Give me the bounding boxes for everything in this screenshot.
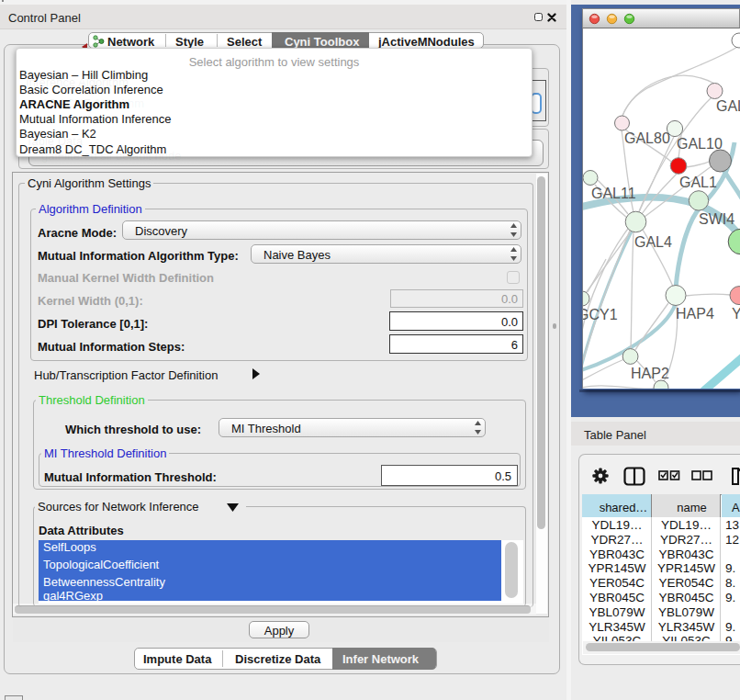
svg-text:GAL11: GAL11 xyxy=(591,186,636,201)
svg-text:GAL10: GAL10 xyxy=(677,136,723,152)
svg-text:Y: Y xyxy=(732,306,740,322)
svg-text:GAL: GAL xyxy=(716,98,740,114)
svg-text:GCY1: GCY1 xyxy=(582,307,618,322)
svg-text:SWI4: SWI4 xyxy=(699,211,734,227)
svg-text:GAL4: GAL4 xyxy=(634,234,672,250)
svg-text:HAP4: HAP4 xyxy=(676,306,714,322)
svg-text:HAP2: HAP2 xyxy=(631,366,669,381)
svg-text:GAL1: GAL1 xyxy=(679,175,717,190)
svg-text:GAL80: GAL80 xyxy=(624,130,670,146)
